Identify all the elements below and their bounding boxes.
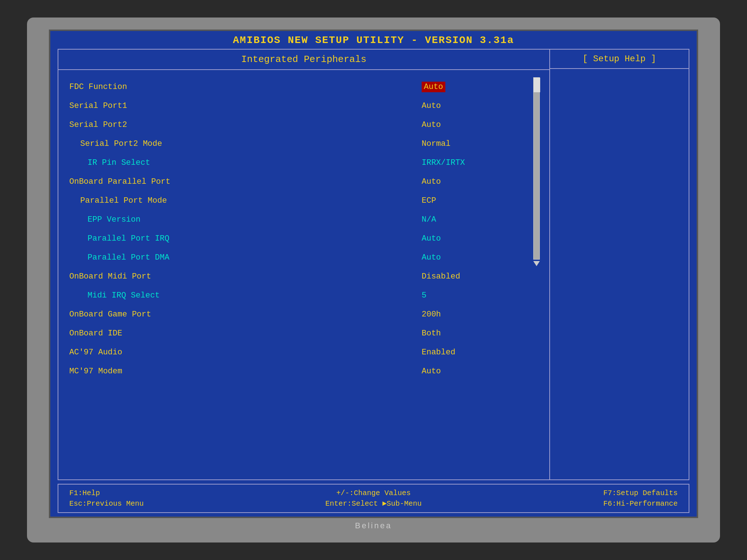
scrollbar-thumb	[534, 78, 540, 92]
setting-value: Auto	[422, 120, 441, 129]
setting-value: Auto	[422, 177, 441, 186]
left-panel-header: Integrated Peripherals	[58, 50, 549, 70]
scrollbar-arrow-down	[533, 261, 540, 266]
setting-value-row[interactable]: Normal	[422, 134, 538, 153]
help-key-f7: F7:Setup Defaults	[603, 489, 678, 497]
settings-area: FDC FunctionSerial Port1Serial Port2Seri…	[58, 70, 549, 479]
setting-value: Both	[422, 329, 441, 338]
setting-label-row[interactable]: OnBoard Parallel Port	[69, 172, 422, 191]
setting-label: OnBoard Midi Port	[69, 272, 151, 281]
setting-label-row[interactable]: Parallel Port IRQ	[69, 229, 422, 248]
setting-value-row[interactable]: Enabled	[422, 343, 538, 362]
help-key-esc: Esc:Previous Menu	[69, 499, 144, 508]
help-key-f6: F6:Hi-Performance	[603, 499, 678, 508]
setting-label-row[interactable]: Serial Port2 Mode	[69, 134, 422, 153]
help-key-change: +/-:Change Values	[325, 489, 422, 497]
setting-label: Parallel Port IRQ	[69, 234, 169, 243]
setting-label: OnBoard Parallel Port	[69, 177, 170, 186]
setting-label-row[interactable]: Serial Port2	[69, 115, 422, 134]
setting-label-row[interactable]: EPP Version	[69, 210, 422, 229]
setting-value: Enabled	[422, 348, 455, 357]
setting-value-row[interactable]: ECP	[422, 191, 538, 210]
help-key-f1: F1:Help	[69, 489, 144, 497]
setting-value: 200h	[422, 310, 441, 319]
setting-value-row[interactable]: Both	[422, 324, 538, 343]
scrollbar-container[interactable]	[531, 77, 542, 472]
left-panel: Integrated Peripherals FDC FunctionSeria…	[58, 50, 550, 479]
setting-label: MC'97 Modem	[69, 367, 122, 376]
setting-label: OnBoard Game Port	[69, 310, 151, 319]
setting-value: Normal	[422, 139, 450, 148]
settings-labels: FDC FunctionSerial Port1Serial Port2Seri…	[69, 77, 422, 472]
monitor-brand: Belinea	[355, 521, 392, 530]
setting-label-row[interactable]: Parallel Port Mode	[69, 191, 422, 210]
setting-value-row[interactable]: Disabled	[422, 267, 538, 286]
setting-value-row[interactable]: 200h	[422, 305, 538, 324]
help-header: [ Setup Help ]	[550, 50, 689, 69]
scrollbar-track	[533, 77, 540, 260]
setting-label-row[interactable]: OnBoard Game Port	[69, 305, 422, 324]
bottom-bar: F1:Help Esc:Previous Menu +/-:Change Val…	[58, 484, 689, 513]
main-area: Integrated Peripherals FDC FunctionSeria…	[58, 49, 689, 480]
setting-label-row[interactable]: FDC Function	[69, 77, 422, 96]
setting-value-row[interactable]: Auto	[422, 229, 538, 248]
setting-label: AC'97 Audio	[69, 348, 122, 357]
setting-value: Auto	[422, 82, 445, 92]
setting-label-row[interactable]: Serial Port1	[69, 96, 422, 115]
bottom-center: +/-:Change Values Enter:Select ►Sub-Menu	[325, 489, 422, 508]
setting-label: Midi IRQ Select	[69, 291, 160, 300]
bottom-left: F1:Help Esc:Previous Menu	[69, 489, 144, 508]
setting-label: Serial Port1	[69, 101, 127, 110]
setting-label: Serial Port2	[69, 120, 127, 129]
setting-value-row[interactable]: Auto	[422, 77, 538, 96]
setting-value-row[interactable]: Auto	[422, 115, 538, 134]
setting-label-row[interactable]: Midi IRQ Select	[69, 286, 422, 305]
setting-label-row[interactable]: OnBoard IDE	[69, 324, 422, 343]
setting-label-row[interactable]: Parallel Port DMA	[69, 248, 422, 267]
setting-value-row[interactable]: 5	[422, 286, 538, 305]
setting-value: Disabled	[422, 272, 460, 281]
setting-value: Auto	[422, 367, 441, 376]
help-key-enter: Enter:Select ►Sub-Menu	[325, 499, 422, 508]
setting-value-row[interactable]: Auto	[422, 96, 538, 115]
title-bar: AMIBIOS NEW SETUP UTILITY - VERSION 3.31…	[50, 31, 697, 49]
screen: AMIBIOS NEW SETUP UTILITY - VERSION 3.31…	[49, 30, 698, 518]
setting-label: FDC Function	[69, 82, 127, 92]
setting-value: IRRX/IRTX	[422, 158, 465, 167]
setting-value-row[interactable]: Auto	[422, 172, 538, 191]
setting-label-row[interactable]: OnBoard Midi Port	[69, 267, 422, 286]
setting-label: Parallel Port DMA	[69, 253, 169, 262]
setting-label: Parallel Port Mode	[69, 196, 167, 205]
setting-label-row[interactable]: IR Pin Select	[69, 153, 422, 172]
setting-value: Auto	[422, 253, 441, 262]
setting-label: OnBoard IDE	[69, 329, 122, 338]
setting-value-row[interactable]: Auto	[422, 248, 538, 267]
setting-value-row[interactable]: IRRX/IRTX	[422, 153, 538, 172]
monitor-bezel: AMIBIOS NEW SETUP UTILITY - VERSION 3.31…	[27, 18, 720, 542]
settings-values: AutoAutoAutoNormalIRRX/IRTXAutoECPN/AAut…	[422, 77, 538, 472]
setting-value: Auto	[422, 101, 441, 110]
setting-value: N/A	[422, 215, 436, 224]
setting-label: IR Pin Select	[69, 158, 150, 167]
setting-label-row[interactable]: AC'97 Audio	[69, 343, 422, 362]
right-panel: [ Setup Help ]	[550, 50, 689, 479]
setting-value-row[interactable]: Auto	[422, 362, 538, 381]
setting-label-row[interactable]: MC'97 Modem	[69, 362, 422, 381]
setting-value: 5	[422, 291, 426, 300]
setting-value-row[interactable]: N/A	[422, 210, 538, 229]
setting-value: ECP	[422, 196, 436, 205]
bottom-right: F7:Setup Defaults F6:Hi-Performance	[603, 489, 678, 508]
setting-value: Auto	[422, 234, 441, 243]
setting-label: Serial Port2 Mode	[69, 139, 162, 148]
setting-label: EPP Version	[69, 215, 140, 224]
